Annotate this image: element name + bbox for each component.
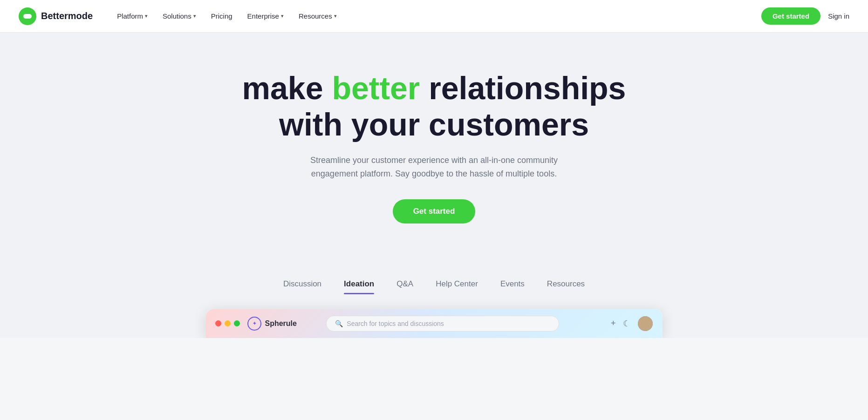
preview-tabs: Discussion Ideation Q&A Help Center Even… (9, 279, 859, 294)
nav-item-solutions[interactable]: Solutions ▾ (157, 8, 202, 24)
browser-preview: Spherule 🔍 Search for topics and discuss… (206, 309, 663, 338)
hero-section: make better relationships with your cust… (0, 33, 868, 251)
dot-green (234, 320, 240, 326)
hero-cta-button[interactable]: Get started (393, 199, 476, 224)
nav-right: Get started Sign in (761, 7, 849, 25)
search-placeholder-text: Search for topics and discussions (347, 320, 444, 327)
chevron-down-icon: ▾ (145, 13, 148, 19)
add-button[interactable]: + (611, 318, 616, 328)
navbar: Bettermode Platform ▾ Solutions ▾ Pricin… (0, 0, 868, 33)
browser-dots (215, 320, 240, 326)
spherule-logo-icon (247, 317, 261, 331)
browser-bar: Spherule 🔍 Search for topics and discuss… (206, 309, 663, 338)
browser-actions: + ☾ (611, 316, 653, 331)
tab-discussion[interactable]: Discussion (283, 279, 321, 294)
browser-logo-text: Spherule (265, 319, 297, 328)
nav-item-resources[interactable]: Resources ▾ (293, 8, 342, 24)
tab-help-center[interactable]: Help Center (436, 279, 478, 294)
nav-item-pricing[interactable]: Pricing (205, 8, 238, 24)
logo[interactable]: Bettermode (19, 7, 93, 25)
avatar[interactable] (638, 316, 653, 331)
logo-icon (19, 7, 36, 25)
search-icon: 🔍 (335, 320, 343, 327)
nav-item-enterprise[interactable]: Enterprise ▾ (242, 8, 289, 24)
tab-events[interactable]: Events (500, 279, 525, 294)
hero-subtext: Streamline your customer experience with… (299, 154, 569, 181)
brand-name: Bettermode (41, 11, 93, 21)
tabs-section: Discussion Ideation Q&A Help Center Even… (0, 251, 868, 338)
tab-ideation[interactable]: Ideation (344, 279, 374, 294)
nav-item-platform[interactable]: Platform ▾ (111, 8, 153, 24)
chevron-down-icon: ▾ (281, 13, 284, 19)
avatar-image (638, 316, 653, 331)
chevron-down-icon: ▾ (193, 13, 196, 19)
dot-yellow (225, 320, 231, 326)
nav-menu: Platform ▾ Solutions ▾ Pricing Enterpris… (111, 8, 342, 24)
chevron-down-icon: ▾ (334, 13, 337, 19)
hero-headline: make better relationships with your cust… (225, 70, 644, 142)
tab-resources[interactable]: Resources (547, 279, 585, 294)
get-started-button[interactable]: Get started (761, 7, 820, 25)
browser-logo: Spherule (247, 317, 297, 331)
tab-qa[interactable]: Q&A (396, 279, 413, 294)
dot-red (215, 320, 221, 326)
sign-in-button[interactable]: Sign in (828, 12, 849, 20)
dark-mode-icon[interactable]: ☾ (623, 318, 630, 329)
browser-search[interactable]: 🔍 Search for topics and discussions (326, 316, 559, 332)
